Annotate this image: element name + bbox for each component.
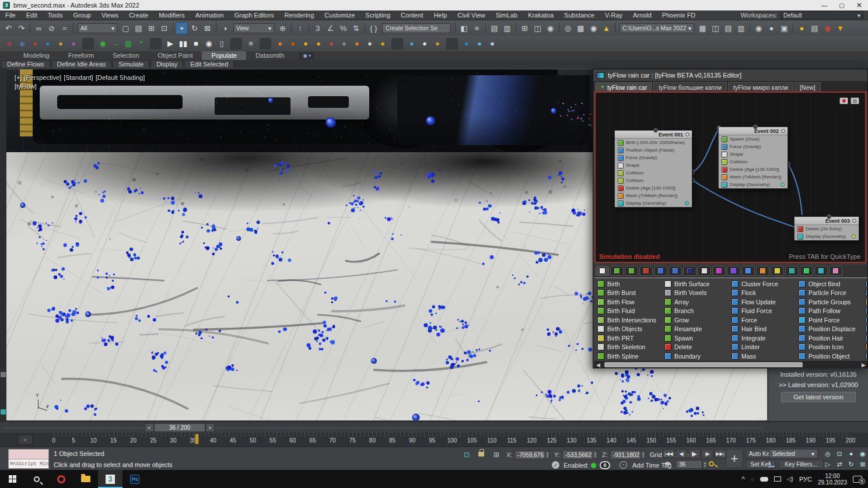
- menu-item[interactable]: Arnold: [628, 10, 657, 20]
- toolbar-icon[interactable]: ◧: [458, 22, 470, 34]
- operator-output-dot[interactable]: [852, 234, 856, 238]
- frame-step-arrows[interactable]: ◀▶: [664, 461, 671, 466]
- toolbar-icon[interactable]: ⊕: [276, 22, 289, 34]
- plugin-icon[interactable]: ◆: [4, 38, 15, 50]
- scroll-left-icon[interactable]: ◀: [594, 361, 602, 368]
- depot-category-tab[interactable]: [741, 266, 755, 276]
- menu-item[interactable]: Civil View: [452, 10, 490, 20]
- depot-operator[interactable]: Birth Burst: [594, 289, 662, 298]
- ribbon-subtab[interactable]: Edit Selected: [184, 60, 234, 69]
- toolbar-icon[interactable]: [793, 23, 793, 33]
- depot-operator[interactable]: Position Hair: [796, 333, 863, 343]
- toolbar-icon[interactable]: ↑: [294, 22, 306, 34]
- depot-category-tab[interactable]: [771, 266, 784, 276]
- toolbar-icon[interactable]: [559, 23, 559, 33]
- menu-item[interactable]: Tools: [43, 10, 68, 20]
- toolbar-icon[interactable]: ▢: [120, 22, 132, 34]
- pan-icon[interactable]: ⇄: [834, 459, 845, 469]
- toolbar-icon[interactable]: ◉: [544, 22, 556, 34]
- operator-row[interactable]: Display (Geometry): [794, 233, 859, 240]
- depot-operator[interactable]: Birth PRT: [594, 333, 662, 343]
- depot-operator[interactable]: Object Bind: [796, 279, 863, 289]
- depot-category-tab[interactable]: [668, 266, 682, 276]
- ribbon-subtab[interactable]: Simulate: [113, 60, 149, 69]
- tyflow-editor-window[interactable]: tyFlow rain car : [tyFlow BETA v0,16135 …: [593, 69, 868, 368]
- plugin-icon[interactable]: ●: [338, 38, 350, 50]
- plugin-icon[interactable]: ●: [313, 38, 324, 50]
- ribbon-tab[interactable]: Datasmith: [246, 51, 294, 60]
- depot-operator[interactable]: Grow: [662, 315, 729, 325]
- depot-operator[interactable]: Birth Skeleton: [594, 343, 662, 352]
- depot-category-tab[interactable]: [712, 266, 726, 276]
- maxscript-label[interactable]: MAXScript Min: [9, 459, 48, 468]
- plugin-icon[interactable]: ●: [326, 38, 337, 50]
- ribbon-subtab[interactable]: Display: [150, 60, 183, 69]
- depot-operator[interactable]: Branch: [662, 307, 729, 316]
- toolbar-icon[interactable]: ⊡: [158, 22, 170, 34]
- tyflow-flow-tab[interactable]: ▼ tyFlow микро капли: [728, 82, 793, 92]
- menu-item[interactable]: Views: [96, 10, 124, 20]
- ribbon-tab[interactable]: Selection: [103, 51, 148, 60]
- plugin-icon[interactable]: ●: [419, 38, 430, 50]
- tray-expand-icon[interactable]: ^: [741, 475, 745, 483]
- plugin-icon[interactable]: ●: [487, 38, 498, 50]
- toolbar-icon[interactable]: ◑: [219, 22, 231, 34]
- go-to-end-button[interactable]: ▶▶|: [714, 449, 726, 458]
- reference-coordinate-select[interactable]: View▾: [233, 23, 274, 33]
- toolbar-icon[interactable]: [216, 23, 216, 33]
- operator-row[interactable]: Delete (Age [130-1000]): [615, 184, 692, 192]
- time-tag-icon[interactable]: ◔: [620, 461, 627, 469]
- toolbar-icon[interactable]: ≈: [58, 22, 71, 34]
- plugin-icon[interactable]: ●: [461, 38, 473, 50]
- coordinate-display-icon[interactable]: ⊞: [492, 450, 501, 459]
- toolbar-icon[interactable]: [73, 23, 74, 33]
- depot-category-tab[interactable]: [683, 266, 696, 276]
- maxscript-pink-field[interactable]: [9, 450, 48, 459]
- operator-row[interactable]: Shape: [615, 162, 692, 169]
- menu-item[interactable]: Group: [68, 10, 96, 20]
- toolbar-icon[interactable]: ▤: [132, 22, 145, 34]
- menu-item[interactable]: SimLab: [491, 10, 523, 20]
- menu-item[interactable]: Content: [396, 10, 429, 20]
- plugin-icon[interactable]: ●: [377, 38, 388, 50]
- toolbar-icon[interactable]: { }: [368, 22, 380, 34]
- depot-category-tab[interactable]: [654, 266, 667, 276]
- toolbar-icon[interactable]: ◉: [821, 22, 834, 34]
- menu-item[interactable]: Customize: [319, 10, 360, 20]
- depot-operator[interactable]: Limiter: [729, 343, 796, 352]
- depot-category-tab[interactable]: [727, 266, 740, 276]
- operator-row[interactable]: Spawn (Once): [719, 135, 788, 143]
- time-slider[interactable]: < 36 / 200 >: [145, 423, 215, 432]
- plugin-icon[interactable]: ▮▮: [177, 38, 189, 50]
- isolate-selection-icon[interactable]: ⊡: [462, 450, 471, 459]
- operator-row[interactable]: Position Object (Faces): [615, 146, 692, 154]
- go-to-start-button[interactable]: |◀◀: [663, 449, 675, 458]
- toolbar-icon[interactable]: [750, 23, 750, 33]
- maximize-viewport-icon[interactable]: ⊠: [858, 459, 868, 469]
- toolbar-icon[interactable]: [291, 23, 292, 33]
- depot-hscrollbar[interactable]: ◀ ▶: [594, 361, 867, 368]
- viewport-label[interactable]: [+]: [15, 74, 22, 81]
- depot-operator[interactable]: Boundary: [662, 352, 729, 361]
- timeline-playhead[interactable]: [195, 434, 199, 444]
- scroll-right-icon[interactable]: ▶: [860, 361, 867, 368]
- ribbon-tab[interactable]: Populate: [202, 51, 246, 60]
- menu-item[interactable]: Rendering: [279, 10, 320, 20]
- menu-item[interactable]: File: [0, 10, 21, 20]
- photoshop-app[interactable]: Ps: [123, 470, 147, 488]
- mini-viewport-icon[interactable]: [1, 372, 6, 377]
- depot-category-tab[interactable]: [814, 266, 828, 276]
- plugin-icon[interactable]: ●: [68, 38, 79, 50]
- operator-row[interactable]: Mesh (TriMesh [Render]): [719, 173, 788, 181]
- depot-operator[interactable]: Array: [662, 297, 729, 307]
- current-frame-field[interactable]: 36: [676, 460, 702, 469]
- zero-button[interactable]: 0: [600, 461, 610, 469]
- toolbar-icon[interactable]: ▼: [834, 22, 846, 34]
- menu-item[interactable]: Scripting: [360, 10, 396, 20]
- bulb-icon[interactable]: [781, 129, 785, 133]
- depot-operator[interactable]: Hair Bind: [729, 325, 796, 334]
- toolbar-icon[interactable]: [365, 23, 365, 33]
- toolbar-icon[interactable]: ∠: [324, 22, 337, 34]
- toolbar-icon[interactable]: [30, 23, 30, 33]
- tyflow-node-graph[interactable]: Event 001 Birth (-200-200: 2000/frame): [594, 92, 866, 263]
